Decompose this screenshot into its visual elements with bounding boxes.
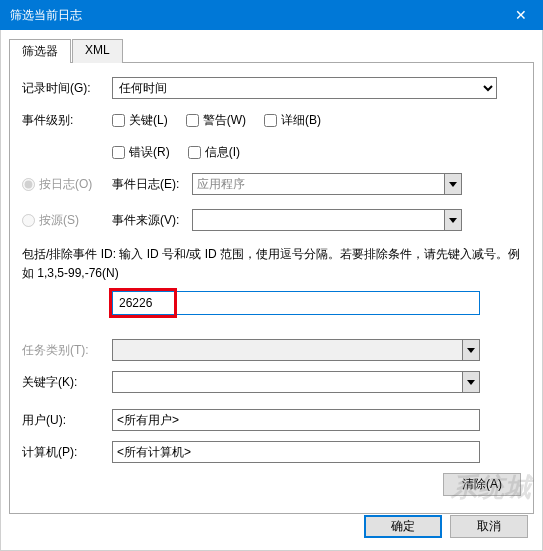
- check-error[interactable]: 错误(R): [112, 144, 170, 161]
- task-category-dropdown: [112, 339, 480, 361]
- check-information[interactable]: 信息(I): [188, 144, 240, 161]
- row-user: 用户(U):: [22, 409, 521, 431]
- row-task-category: 任务类别(T):: [22, 339, 521, 361]
- row-event-level-2: 错误(R) 信息(I): [22, 141, 521, 163]
- event-id-help-text: 包括/排除事件 ID: 输入 ID 号和/或 ID 范围，使用逗号分隔。若要排除…: [22, 245, 521, 283]
- keywords-value: [112, 371, 462, 393]
- dialog-content: 筛选器 XML 记录时间(G): 任何时间 事件级别: 关键(L) 警告(W) …: [0, 30, 543, 551]
- tab-panel-filter: 记录时间(G): 任何时间 事件级别: 关键(L) 警告(W) 详细(B) 错误…: [9, 62, 534, 514]
- tab-xml[interactable]: XML: [72, 39, 123, 63]
- title-bar: 筛选当前日志 ✕: [0, 0, 543, 30]
- keywords-dropdown[interactable]: [112, 371, 480, 393]
- logged-time-select[interactable]: 任何时间: [112, 77, 497, 99]
- event-source-dropdown[interactable]: [192, 209, 462, 231]
- check-verbose[interactable]: 详细(B): [264, 112, 321, 129]
- radio-by-source-input: [22, 214, 35, 227]
- chevron-down-icon: [467, 348, 475, 353]
- computer-input[interactable]: [112, 441, 480, 463]
- task-category-dropdown-button: [462, 339, 480, 361]
- check-error-input[interactable]: [112, 146, 125, 159]
- row-clear: 清除(A): [22, 473, 521, 496]
- ok-button[interactable]: 确定: [364, 515, 442, 538]
- keywords-dropdown-button[interactable]: [462, 371, 480, 393]
- event-source-value: [192, 209, 444, 231]
- row-by-source: 按源(S) 事件来源(V):: [22, 209, 521, 231]
- task-category-value: [112, 339, 462, 361]
- row-by-log: 按日志(O) 事件日志(E): 应用程序: [22, 173, 521, 195]
- clear-button[interactable]: 清除(A): [443, 473, 521, 496]
- close-icon: ✕: [515, 7, 527, 23]
- event-level-label: 事件级别:: [22, 112, 112, 129]
- user-input[interactable]: [112, 409, 480, 431]
- window-title: 筛选当前日志: [10, 7, 82, 24]
- check-critical-input[interactable]: [112, 114, 125, 127]
- row-event-id: [22, 291, 521, 321]
- chevron-down-icon: [449, 182, 457, 187]
- keywords-label: 关键字(K):: [22, 374, 112, 391]
- tab-strip: 筛选器 XML: [9, 39, 534, 63]
- radio-by-log: 按日志(O): [22, 176, 112, 193]
- radio-by-log-input: [22, 178, 35, 191]
- row-keywords: 关键字(K):: [22, 371, 521, 393]
- user-label: 用户(U):: [22, 412, 112, 429]
- event-log-value: 应用程序: [192, 173, 444, 195]
- check-information-input[interactable]: [188, 146, 201, 159]
- event-source-dropdown-button[interactable]: [444, 209, 462, 231]
- row-logged-time: 记录时间(G): 任何时间: [22, 77, 521, 99]
- logged-time-label: 记录时间(G):: [22, 80, 112, 97]
- level-checks-row2: 错误(R) 信息(I): [112, 144, 240, 161]
- row-computer: 计算机(P):: [22, 441, 521, 463]
- check-critical[interactable]: 关键(L): [112, 112, 168, 129]
- level-checks-row1: 关键(L) 警告(W) 详细(B): [112, 112, 321, 129]
- event-id-input[interactable]: [112, 291, 480, 315]
- task-category-label: 任务类别(T):: [22, 342, 112, 359]
- check-warning-input[interactable]: [186, 114, 199, 127]
- chevron-down-icon: [449, 218, 457, 223]
- check-warning[interactable]: 警告(W): [186, 112, 246, 129]
- event-log-dropdown: 应用程序: [192, 173, 462, 195]
- chevron-down-icon: [467, 380, 475, 385]
- check-verbose-input[interactable]: [264, 114, 277, 127]
- radio-by-source[interactable]: 按源(S): [22, 212, 112, 229]
- close-button[interactable]: ✕: [498, 0, 543, 30]
- event-log-dropdown-button: [444, 173, 462, 195]
- row-event-level-1: 事件级别: 关键(L) 警告(W) 详细(B): [22, 109, 521, 131]
- cancel-button[interactable]: 取消: [450, 515, 528, 538]
- tab-filter[interactable]: 筛选器: [9, 39, 71, 63]
- event-log-label: 事件日志(E):: [112, 176, 192, 193]
- computer-label: 计算机(P):: [22, 444, 112, 461]
- footer-buttons: 确定 取消: [364, 515, 528, 538]
- event-source-label: 事件来源(V):: [112, 212, 192, 229]
